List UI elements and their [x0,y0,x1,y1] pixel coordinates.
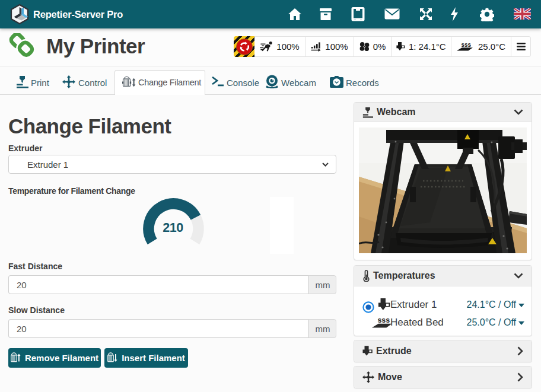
svg-text:210: 210 [163,221,183,235]
svg-text:sss: sss [377,317,390,324]
svg-text:sss: sss [461,42,471,48]
